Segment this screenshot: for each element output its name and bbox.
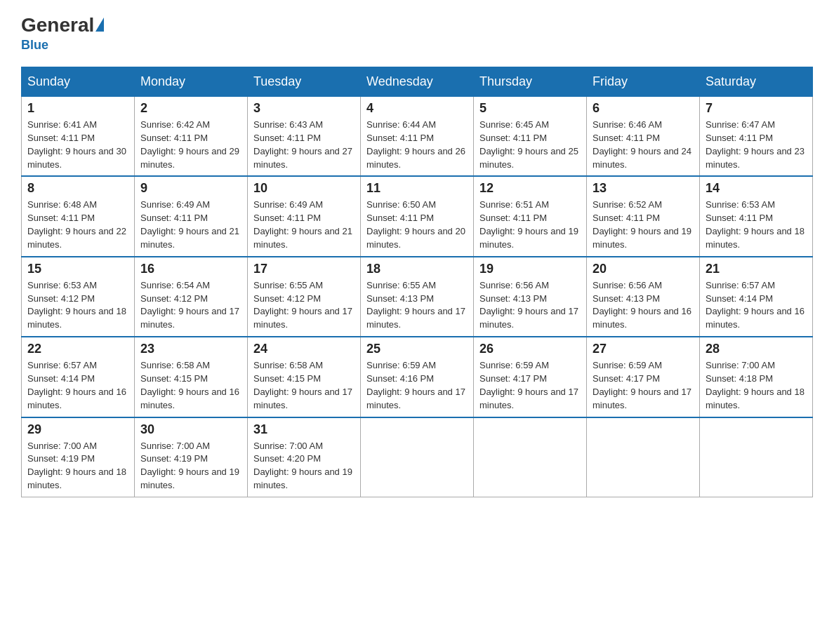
day-info: Sunrise: 6:59 AMSunset: 4:16 PMDaylight:… xyxy=(366,359,468,412)
day-info: Sunrise: 6:47 AMSunset: 4:11 PMDaylight:… xyxy=(706,119,807,171)
calendar-cell: 21Sunrise: 6:57 AMSunset: 4:14 PMDayligh… xyxy=(700,257,813,337)
day-info: Sunrise: 6:48 AMSunset: 4:11 PMDaylight:… xyxy=(27,199,128,251)
day-info: Sunrise: 6:56 AMSunset: 4:13 PMDaylight:… xyxy=(593,279,694,332)
day-info: Sunrise: 6:57 AMSunset: 4:14 PMDaylight:… xyxy=(27,359,128,412)
day-number: 8 xyxy=(27,181,128,196)
day-number: 28 xyxy=(706,342,807,356)
day-number: 21 xyxy=(706,262,807,276)
day-info: Sunrise: 6:56 AMSunset: 4:13 PMDaylight:… xyxy=(479,279,581,332)
weekday-header-friday: Friday xyxy=(587,67,700,97)
calendar-cell: 10Sunrise: 6:49 AMSunset: 4:11 PMDayligh… xyxy=(248,176,361,256)
day-info: Sunrise: 6:54 AMSunset: 4:12 PMDaylight:… xyxy=(140,279,241,332)
day-number: 25 xyxy=(366,342,468,356)
day-info: Sunrise: 6:58 AMSunset: 4:15 PMDaylight:… xyxy=(140,359,241,412)
day-number: 24 xyxy=(253,342,355,356)
day-number: 30 xyxy=(140,422,241,437)
calendar-cell: 12Sunrise: 6:51 AMSunset: 4:11 PMDayligh… xyxy=(474,176,587,256)
day-number: 13 xyxy=(593,181,694,196)
day-info: Sunrise: 6:50 AMSunset: 4:11 PMDaylight:… xyxy=(366,199,468,251)
calendar-cell: 26Sunrise: 6:59 AMSunset: 4:17 PMDayligh… xyxy=(474,337,587,417)
day-number: 26 xyxy=(479,342,581,356)
day-info: Sunrise: 6:44 AMSunset: 4:11 PMDaylight:… xyxy=(366,119,468,171)
day-info: Sunrise: 7:00 AMSunset: 4:19 PMDaylight:… xyxy=(140,440,241,492)
day-number: 23 xyxy=(140,342,241,356)
calendar-cell: 31Sunrise: 7:00 AMSunset: 4:20 PMDayligh… xyxy=(248,417,361,497)
day-number: 6 xyxy=(593,101,694,116)
calendar-cell: 17Sunrise: 6:55 AMSunset: 4:12 PMDayligh… xyxy=(248,257,361,337)
calendar-cell: 7Sunrise: 6:47 AMSunset: 4:11 PMDaylight… xyxy=(700,97,813,177)
day-info: Sunrise: 6:58 AMSunset: 4:15 PMDaylight:… xyxy=(253,359,355,412)
weekday-header-sunday: Sunday xyxy=(22,67,135,97)
calendar-cell: 13Sunrise: 6:52 AMSunset: 4:11 PMDayligh… xyxy=(587,176,700,256)
day-number: 2 xyxy=(140,101,241,116)
calendar-cell: 8Sunrise: 6:48 AMSunset: 4:11 PMDaylight… xyxy=(22,176,135,256)
calendar-week-row: 1Sunrise: 6:41 AMSunset: 4:11 PMDaylight… xyxy=(22,97,813,177)
calendar-cell: 18Sunrise: 6:55 AMSunset: 4:13 PMDayligh… xyxy=(361,257,474,337)
calendar-week-row: 29Sunrise: 7:00 AMSunset: 4:19 PMDayligh… xyxy=(22,417,813,497)
calendar-cell xyxy=(587,417,700,497)
day-number: 22 xyxy=(27,342,128,356)
logo-text: General xyxy=(21,14,104,36)
day-info: Sunrise: 6:42 AMSunset: 4:11 PMDaylight:… xyxy=(140,119,241,171)
day-number: 3 xyxy=(253,101,355,116)
day-number: 5 xyxy=(479,101,581,116)
calendar-week-row: 8Sunrise: 6:48 AMSunset: 4:11 PMDaylight… xyxy=(22,176,813,256)
day-info: Sunrise: 6:41 AMSunset: 4:11 PMDaylight:… xyxy=(27,119,128,171)
day-number: 4 xyxy=(366,101,468,116)
day-number: 14 xyxy=(706,181,807,196)
day-number: 1 xyxy=(27,101,128,116)
day-info: Sunrise: 6:52 AMSunset: 4:11 PMDaylight:… xyxy=(593,199,694,251)
day-info: Sunrise: 6:46 AMSunset: 4:11 PMDaylight:… xyxy=(593,119,694,171)
day-info: Sunrise: 6:49 AMSunset: 4:11 PMDaylight:… xyxy=(140,199,241,251)
calendar-cell: 1Sunrise: 6:41 AMSunset: 4:11 PMDaylight… xyxy=(22,97,135,177)
weekday-header-saturday: Saturday xyxy=(700,67,813,97)
calendar-cell: 3Sunrise: 6:43 AMSunset: 4:11 PMDaylight… xyxy=(248,97,361,177)
day-info: Sunrise: 6:43 AMSunset: 4:11 PMDaylight:… xyxy=(253,119,355,171)
day-number: 15 xyxy=(27,262,128,276)
calendar-cell: 22Sunrise: 6:57 AMSunset: 4:14 PMDayligh… xyxy=(22,337,135,417)
day-number: 7 xyxy=(706,101,807,116)
calendar-cell: 14Sunrise: 6:53 AMSunset: 4:11 PMDayligh… xyxy=(700,176,813,256)
day-number: 9 xyxy=(140,181,241,196)
calendar-cell xyxy=(474,417,587,497)
calendar-cell: 15Sunrise: 6:53 AMSunset: 4:12 PMDayligh… xyxy=(22,257,135,337)
weekday-header-tuesday: Tuesday xyxy=(248,67,361,97)
day-info: Sunrise: 6:51 AMSunset: 4:11 PMDaylight:… xyxy=(479,199,581,251)
day-number: 31 xyxy=(253,422,355,437)
day-number: 12 xyxy=(479,181,581,196)
calendar-week-row: 15Sunrise: 6:53 AMSunset: 4:12 PMDayligh… xyxy=(22,257,813,337)
day-info: Sunrise: 6:57 AMSunset: 4:14 PMDaylight:… xyxy=(706,279,807,332)
day-info: Sunrise: 6:49 AMSunset: 4:11 PMDaylight:… xyxy=(253,199,355,251)
calendar-cell: 4Sunrise: 6:44 AMSunset: 4:11 PMDaylight… xyxy=(361,97,474,177)
day-info: Sunrise: 6:59 AMSunset: 4:17 PMDaylight:… xyxy=(479,359,581,412)
calendar-cell: 30Sunrise: 7:00 AMSunset: 4:19 PMDayligh… xyxy=(135,417,248,497)
day-info: Sunrise: 7:00 AMSunset: 4:18 PMDaylight:… xyxy=(706,359,807,412)
day-info: Sunrise: 6:55 AMSunset: 4:13 PMDaylight:… xyxy=(366,279,468,332)
calendar-cell: 29Sunrise: 7:00 AMSunset: 4:19 PMDayligh… xyxy=(22,417,135,497)
day-number: 16 xyxy=(140,262,241,276)
calendar-cell: 5Sunrise: 6:45 AMSunset: 4:11 PMDaylight… xyxy=(474,97,587,177)
day-number: 10 xyxy=(253,181,355,196)
weekday-header-thursday: Thursday xyxy=(474,67,587,97)
day-number: 20 xyxy=(593,262,694,276)
day-info: Sunrise: 6:45 AMSunset: 4:11 PMDaylight:… xyxy=(479,119,581,171)
day-info: Sunrise: 7:00 AMSunset: 4:20 PMDaylight:… xyxy=(253,440,355,492)
calendar-cell: 9Sunrise: 6:49 AMSunset: 4:11 PMDaylight… xyxy=(135,176,248,256)
day-number: 17 xyxy=(253,262,355,276)
calendar-cell: 6Sunrise: 6:46 AMSunset: 4:11 PMDaylight… xyxy=(587,97,700,177)
calendar-cell: 28Sunrise: 7:00 AMSunset: 4:18 PMDayligh… xyxy=(700,337,813,417)
header: General Blue xyxy=(21,14,813,53)
calendar-cell xyxy=(700,417,813,497)
weekday-header-monday: Monday xyxy=(135,67,248,97)
weekday-header-wednesday: Wednesday xyxy=(361,67,474,97)
logo-general: General xyxy=(21,14,94,36)
logo: General Blue xyxy=(21,14,104,53)
logo-blue-text: Blue xyxy=(21,38,48,53)
calendar-cell: 11Sunrise: 6:50 AMSunset: 4:11 PMDayligh… xyxy=(361,176,474,256)
day-number: 11 xyxy=(366,181,468,196)
day-info: Sunrise: 7:00 AMSunset: 4:19 PMDaylight:… xyxy=(27,440,128,492)
calendar-cell: 25Sunrise: 6:59 AMSunset: 4:16 PMDayligh… xyxy=(361,337,474,417)
day-number: 18 xyxy=(366,262,468,276)
day-number: 27 xyxy=(593,342,694,356)
header-row: SundayMondayTuesdayWednesdayThursdayFrid… xyxy=(22,67,813,97)
